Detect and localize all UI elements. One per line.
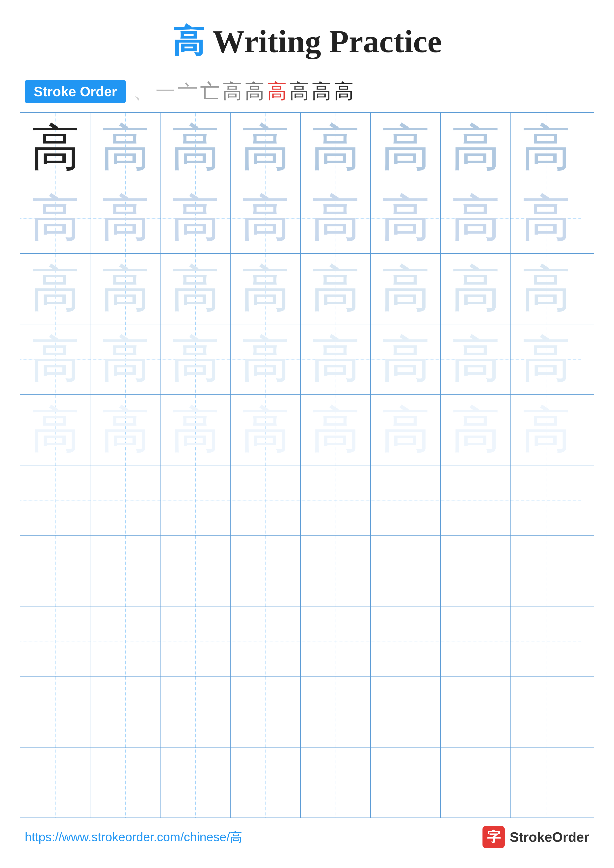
grid-cell-8-7[interactable] bbox=[441, 606, 511, 676]
char-guide: 高 bbox=[521, 405, 571, 455]
grid-cell-10-6[interactable] bbox=[371, 747, 441, 817]
grid-cell-1-7[interactable]: 高 bbox=[441, 113, 511, 183]
grid-cell-2-3[interactable]: 高 bbox=[160, 183, 231, 253]
grid-cell-10-2[interactable] bbox=[90, 747, 160, 817]
stroke-sequence: 、 一 亠 亡 高 高 高 高 高 高 bbox=[133, 78, 354, 105]
grid-cell-2-2[interactable]: 高 bbox=[90, 183, 160, 253]
char-guide: 高 bbox=[381, 194, 431, 243]
grid-cell-5-2[interactable]: 高 bbox=[90, 395, 160, 465]
grid-cell-3-6[interactable]: 高 bbox=[371, 254, 441, 324]
grid-cell-5-7[interactable]: 高 bbox=[441, 395, 511, 465]
grid-cell-8-6[interactable] bbox=[371, 606, 441, 676]
grid-cell-1-3[interactable]: 高 bbox=[160, 113, 231, 183]
grid-cell-5-8[interactable]: 高 bbox=[511, 395, 581, 465]
grid-cell-5-3[interactable]: 高 bbox=[160, 395, 231, 465]
grid-cell-10-7[interactable] bbox=[441, 747, 511, 817]
grid-cell-10-5[interactable] bbox=[301, 747, 371, 817]
grid-cell-3-8[interactable]: 高 bbox=[511, 254, 581, 324]
grid-cell-10-8[interactable] bbox=[511, 747, 581, 817]
grid-cell-2-6[interactable]: 高 bbox=[371, 183, 441, 253]
stroke-1: 、 bbox=[133, 78, 153, 105]
grid-cell-10-3[interactable] bbox=[160, 747, 231, 817]
grid-cell-7-8[interactable] bbox=[511, 536, 581, 606]
grid-cell-4-4[interactable]: 高 bbox=[231, 324, 301, 394]
char-guide: 高 bbox=[381, 405, 431, 455]
grid-cell-3-5[interactable]: 高 bbox=[301, 254, 371, 324]
strokeorder-icon: 字 bbox=[482, 826, 505, 848]
grid-cell-1-4[interactable]: 高 bbox=[231, 113, 301, 183]
grid-cell-2-5[interactable]: 高 bbox=[301, 183, 371, 253]
grid-cell-6-3[interactable] bbox=[160, 465, 231, 535]
grid-cell-9-8[interactable] bbox=[511, 677, 581, 747]
grid-cell-10-4[interactable] bbox=[231, 747, 301, 817]
grid-cell-9-3[interactable] bbox=[160, 677, 231, 747]
grid-cell-4-6[interactable]: 高 bbox=[371, 324, 441, 394]
stroke-4: 亡 bbox=[200, 78, 220, 105]
grid-row-2: 高 高 高 高 高 高 高 高 bbox=[20, 183, 594, 254]
title-rest: Writing Practice bbox=[205, 23, 442, 59]
char-guide: 高 bbox=[311, 405, 361, 455]
grid-cell-5-5[interactable]: 高 bbox=[301, 395, 371, 465]
grid-cell-2-8[interactable]: 高 bbox=[511, 183, 581, 253]
grid-cell-8-1[interactable] bbox=[20, 606, 90, 676]
grid-cell-6-8[interactable] bbox=[511, 465, 581, 535]
grid-cell-7-1[interactable] bbox=[20, 536, 90, 606]
grid-cell-7-4[interactable] bbox=[231, 536, 301, 606]
grid-cell-3-1[interactable]: 高 bbox=[20, 254, 90, 324]
grid-cell-7-3[interactable] bbox=[160, 536, 231, 606]
grid-cell-6-5[interactable] bbox=[301, 465, 371, 535]
grid-cell-8-5[interactable] bbox=[301, 606, 371, 676]
char-guide: 高 bbox=[241, 335, 290, 384]
grid-cell-3-3[interactable]: 高 bbox=[160, 254, 231, 324]
char-guide: 高 bbox=[521, 264, 571, 314]
grid-cell-4-1[interactable]: 高 bbox=[20, 324, 90, 394]
grid-cell-7-2[interactable] bbox=[90, 536, 160, 606]
grid-cell-6-4[interactable] bbox=[231, 465, 301, 535]
grid-cell-1-6[interactable]: 高 bbox=[371, 113, 441, 183]
grid-cell-9-6[interactable] bbox=[371, 677, 441, 747]
grid-cell-8-2[interactable] bbox=[90, 606, 160, 676]
grid-row-9 bbox=[20, 677, 594, 747]
grid-cell-9-1[interactable] bbox=[20, 677, 90, 747]
grid-cell-7-5[interactable] bbox=[301, 536, 371, 606]
grid-cell-1-2[interactable]: 高 bbox=[90, 113, 160, 183]
grid-cell-7-6[interactable] bbox=[371, 536, 441, 606]
char-guide: 高 bbox=[241, 123, 290, 173]
grid-cell-3-2[interactable]: 高 bbox=[90, 254, 160, 324]
grid-cell-6-1[interactable] bbox=[20, 465, 90, 535]
grid-cell-10-1[interactable] bbox=[20, 747, 90, 817]
grid-cell-6-2[interactable] bbox=[90, 465, 160, 535]
grid-cell-2-7[interactable]: 高 bbox=[441, 183, 511, 253]
grid-cell-3-7[interactable]: 高 bbox=[441, 254, 511, 324]
grid-cell-9-4[interactable] bbox=[231, 677, 301, 747]
grid-cell-9-7[interactable] bbox=[441, 677, 511, 747]
grid-cell-5-4[interactable]: 高 bbox=[231, 395, 301, 465]
grid-cell-5-1[interactable]: 高 bbox=[20, 395, 90, 465]
practice-grid[interactable]: 高 高 高 高 高 高 高 高 高 高 高 bbox=[20, 112, 594, 818]
grid-cell-8-8[interactable] bbox=[511, 606, 581, 676]
char-guide: 高 bbox=[31, 405, 80, 455]
grid-cell-9-2[interactable] bbox=[90, 677, 160, 747]
grid-cell-1-5[interactable]: 高 bbox=[301, 113, 371, 183]
grid-cell-6-6[interactable] bbox=[371, 465, 441, 535]
grid-cell-4-5[interactable]: 高 bbox=[301, 324, 371, 394]
grid-cell-2-1[interactable]: 高 bbox=[20, 183, 90, 253]
stroke-order-badge[interactable]: Stroke Order bbox=[25, 80, 126, 103]
grid-cell-7-7[interactable] bbox=[441, 536, 511, 606]
grid-cell-4-3[interactable]: 高 bbox=[160, 324, 231, 394]
grid-cell-4-7[interactable]: 高 bbox=[441, 324, 511, 394]
grid-cell-5-6[interactable]: 高 bbox=[371, 395, 441, 465]
grid-cell-8-4[interactable] bbox=[231, 606, 301, 676]
grid-cell-4-8[interactable]: 高 bbox=[511, 324, 581, 394]
char-guide: 高 bbox=[311, 123, 361, 173]
grid-row-6 bbox=[20, 465, 594, 536]
grid-cell-3-4[interactable]: 高 bbox=[231, 254, 301, 324]
grid-cell-8-3[interactable] bbox=[160, 606, 231, 676]
grid-cell-4-2[interactable]: 高 bbox=[90, 324, 160, 394]
grid-cell-9-5[interactable] bbox=[301, 677, 371, 747]
grid-cell-6-7[interactable] bbox=[441, 465, 511, 535]
grid-cell-1-1[interactable]: 高 bbox=[20, 113, 90, 183]
grid-cell-2-4[interactable]: 高 bbox=[231, 183, 301, 253]
footer-url[interactable]: https://www.strokeorder.com/chinese/高 bbox=[25, 829, 242, 845]
grid-cell-1-8[interactable]: 高 bbox=[511, 113, 581, 183]
